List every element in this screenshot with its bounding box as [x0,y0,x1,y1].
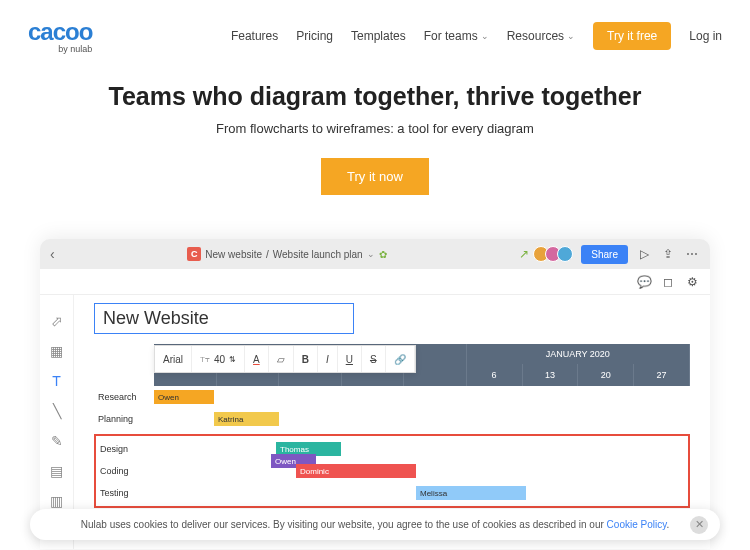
cookie-text-main: Nulab uses cookies to deliver our servic… [81,519,607,530]
avatar [557,246,573,262]
nav-login[interactable]: Log in [689,29,722,43]
close-icon[interactable]: ✕ [690,516,708,534]
cursor-tool-icon[interactable]: ⬀ [51,313,63,329]
export-icon[interactable]: ⇪ [660,246,676,262]
gantt-row-research: Research Owen [94,386,690,408]
row-label: Planning [94,414,154,424]
nav-features[interactable]: Features [231,29,278,43]
chevron-down-icon: ⌄ [481,31,489,41]
header-spacer [94,344,154,364]
day-cell: 13 [523,364,579,386]
row-track: Owen Dominic [156,460,688,482]
diagram-title-input[interactable]: New Website [94,303,354,334]
row-label: Design [96,444,156,454]
secondary-toolbar: 💬 ◻ ⚙ [40,269,710,295]
share-button[interactable]: Share [581,245,628,264]
month-jan: JANUARY 2020 [467,344,691,364]
text-format-toolbar: Arial Tᴛ40⇅ A ▱ B I U S 🔗 [154,345,416,373]
row-track: Thomas [156,438,688,460]
nav-templates[interactable]: Templates [351,29,406,43]
breadcrumb-page[interactable]: Website launch plan [273,249,363,260]
gear-icon[interactable]: ⚙ [684,274,700,290]
text-color-button[interactable]: A [245,346,269,372]
topbar-actions: ↗ Share ▷ ⇪ ⋯ [519,245,700,264]
site-header: cacoo by nulab Features Pricing Template… [0,0,750,72]
text-tool-icon[interactable]: T [52,373,61,389]
try-free-button[interactable]: Try it free [593,22,671,50]
italic-button[interactable]: I [318,346,338,372]
row-label: Coding [96,466,156,476]
text-size-icon: Tᴛ [200,355,210,364]
nav-for-teams[interactable]: For teams⌄ [424,29,489,43]
bold-button[interactable]: B [294,346,318,372]
line-tool-icon[interactable]: ╲ [53,403,61,419]
cookie-banner: Nulab uses cookies to deliver our servic… [30,509,720,540]
app-logo-icon: C [187,247,201,261]
try-now-button[interactable]: Try it now [321,158,429,195]
cookie-dot: . [666,519,669,530]
grid-tool-icon[interactable]: ▥ [50,493,63,509]
task-bar[interactable]: Owen [154,390,214,404]
highlight-button[interactable]: ▱ [269,346,294,372]
page-icon[interactable]: ◻ [660,274,676,290]
nav-pricing[interactable]: Pricing [296,29,333,43]
days-spacer [94,364,154,386]
chevron-down-icon[interactable]: ⌄ [367,249,375,259]
task-bar[interactable]: Melissa [416,486,526,500]
logo-text: cacoo [28,18,92,46]
play-icon[interactable]: ▷ [636,246,652,262]
stepper-icon: ⇅ [229,355,236,364]
app-preview: ‹ C New website / Website launch plan ⌄ … [40,239,710,549]
breadcrumb-sep: / [266,249,269,260]
row-track: Melissa [156,482,688,504]
task-bar[interactable]: Dominic [296,464,416,478]
font-name: Arial [163,354,183,365]
diagram-status-icon: ✿ [379,249,387,260]
app-topbar: ‹ C New website / Website launch plan ⌄ … [40,239,710,269]
gantt-row-coding: Coding Owen Dominic [96,460,688,482]
table-tool-icon[interactable]: ▤ [50,463,63,479]
cookie-text: Nulab uses cookies to deliver our servic… [81,519,669,530]
hero-section: Teams who diagram together, thrive toget… [0,72,750,215]
logo-subtext: by nulab [58,44,92,54]
main-nav: Features Pricing Templates For teams⌄ Re… [231,22,722,50]
nav-resources[interactable]: Resources⌄ [507,29,575,43]
comment-icon[interactable]: 💬 [636,274,652,290]
nav-resources-label: Resources [507,29,564,43]
logo[interactable]: cacoo by nulab [28,18,92,54]
day-cell: 20 [578,364,634,386]
link-button[interactable]: 🔗 [386,346,415,372]
more-icon[interactable]: ⋯ [684,246,700,262]
hero-subtitle: From flowcharts to wireframes: a tool fo… [20,121,730,136]
nav-for-teams-label: For teams [424,29,478,43]
chevron-down-icon: ⌄ [567,31,575,41]
day-cell: 27 [634,364,690,386]
gantt-row-testing: Testing Melissa [96,482,688,504]
hero-title: Teams who diagram together, thrive toget… [20,82,730,111]
font-size-value: 40 [214,354,225,365]
row-label: Research [94,392,154,402]
breadcrumb-project[interactable]: New website [205,249,262,260]
row-track: Katrina [154,408,690,430]
day-cell: 6 [467,364,523,386]
gantt-row-design: Design Thomas [96,438,688,460]
task-bar[interactable]: Katrina [214,412,279,426]
font-selector[interactable]: Arial [155,346,192,372]
shapes-tool-icon[interactable]: ▦ [50,343,63,359]
font-size-selector[interactable]: Tᴛ40⇅ [192,346,245,372]
breadcrumb: C New website / Website launch plan ⌄ ✿ [55,247,520,261]
strike-button[interactable]: S [362,346,386,372]
row-label: Testing [96,488,156,498]
cookie-policy-link[interactable]: Cookie Policy [607,519,667,530]
collaborator-avatars[interactable] [537,246,573,262]
selection-box[interactable]: Design Thomas Coding Owen Dominic Testin… [94,434,690,508]
gantt-row-planning: Planning Katrina [94,408,690,430]
launch-icon[interactable]: ↗ [519,247,529,261]
underline-button[interactable]: U [338,346,362,372]
row-track: Owen [154,386,690,408]
gantt-rows: Research Owen Planning Katrina Design Th… [94,386,690,508]
pen-tool-icon[interactable]: ✎ [51,433,63,449]
